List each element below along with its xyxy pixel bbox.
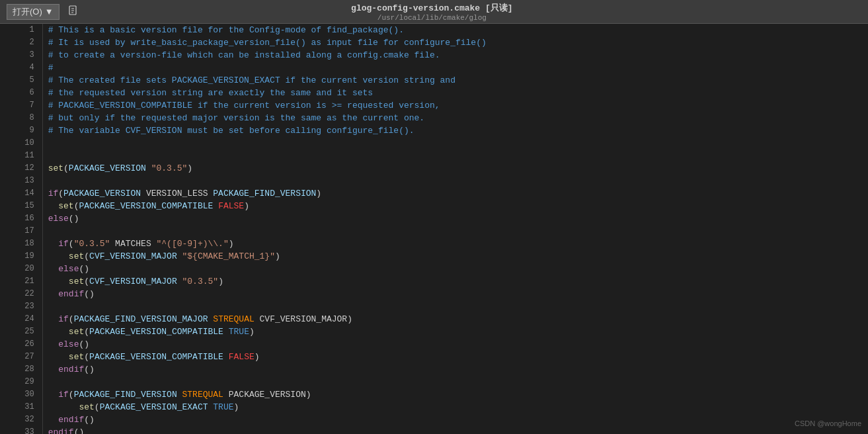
table-row: 26 else() [0, 338, 868, 351]
line-code: # [42, 62, 868, 74]
line-code: # PACKAGE_VERSION_COMPATIBLE if the curr… [42, 99, 868, 112]
line-code: endif() [42, 363, 868, 376]
title-path: /usr/local/lib/cmake/glog [82, 14, 782, 22]
table-row: 12 set(PACKAGE_VERSION "0.3.5") [0, 162, 868, 175]
line-number: 1 [0, 24, 42, 36]
table-row: 18 if("0.3.5" MATCHES "^([0-9]+)\\.") [0, 238, 868, 250]
table-row: 20 else() [0, 263, 868, 275]
line-number: 21 [0, 275, 42, 288]
line-code: set(CVF_VERSION_MAJOR "${CMAKE_MATCH_1}"… [42, 250, 868, 263]
line-code [42, 300, 868, 313]
table-row: 15 set(PACKAGE_VERSION_COMPATIBLE FALSE) [0, 200, 868, 212]
line-code [42, 150, 868, 162]
line-code: set(PACKAGE_VERSION_COMPATIBLE TRUE) [42, 326, 868, 338]
line-number: 10 [0, 137, 42, 150]
table-row: 5 # The created file sets PACKAGE_VERSIO… [0, 74, 868, 87]
title-filename: glog-config-version.cmake [只读] [82, 2, 782, 14]
line-code: set(PACKAGE_VERSION "0.3.5") [42, 162, 868, 175]
table-row: 30 if(PACKAGE_FIND_VERSION STREQUAL PACK… [0, 388, 868, 401]
line-number: 19 [0, 250, 42, 263]
line-code: # The created file sets PACKAGE_VERSION_… [42, 74, 868, 87]
line-code: # The variable CVF_VERSION must be set b… [42, 124, 868, 137]
line-number: 17 [0, 225, 42, 238]
line-number: 27 [0, 351, 42, 363]
line-code [42, 225, 868, 238]
table-row: 29 [0, 376, 868, 388]
line-code: # the requested version string are exact… [42, 87, 868, 99]
open-label: 打开(O) [13, 6, 42, 18]
table-row: 8 # but only if the requested major vers… [0, 112, 868, 124]
line-number: 8 [0, 112, 42, 124]
line-code: endif() [42, 288, 868, 300]
table-row: 3 # to create a version-file which can b… [0, 49, 868, 62]
line-number: 26 [0, 338, 42, 351]
file-icon [67, 5, 79, 17]
table-row: 6 # the requested version string are exa… [0, 87, 868, 99]
line-number: 14 [0, 187, 42, 200]
table-row: 17 [0, 225, 868, 238]
table-row: 11 [0, 150, 868, 162]
line-code: if("0.3.5" MATCHES "^([0-9]+)\\.") [42, 238, 868, 250]
line-number: 25 [0, 326, 42, 338]
table-row: 23 [0, 300, 868, 313]
table-row: 28 endif() [0, 363, 868, 376]
line-number: 30 [0, 388, 42, 401]
table-row: 22 endif() [0, 288, 868, 300]
table-row: 31 set(PACKAGE_VERSION_EXACT TRUE) [0, 401, 868, 413]
line-number: 29 [0, 376, 42, 388]
line-number: 23 [0, 300, 42, 313]
table-row: 1 # This is a basic version file for the… [0, 24, 868, 36]
line-number: 11 [0, 150, 42, 162]
line-number: 5 [0, 74, 42, 87]
file-icon-button[interactable] [65, 3, 82, 21]
line-number: 24 [0, 313, 42, 326]
table-row: 21 set(CVF_VERSION_MAJOR "0.3.5") [0, 275, 868, 288]
line-number: 28 [0, 363, 42, 376]
table-row: 2 # It is used by write_basic_package_ve… [0, 36, 868, 49]
line-number: 16 [0, 212, 42, 225]
table-row: 16 else() [0, 212, 868, 225]
line-code: # This is a basic version file for the C… [42, 24, 868, 36]
line-code: if(PACKAGE_FIND_VERSION_MAJOR STREQUAL C… [42, 313, 868, 326]
line-code: set(CVF_VERSION_MAJOR "0.3.5") [42, 275, 868, 288]
line-code: if(PACKAGE_FIND_VERSION STREQUAL PACKAGE… [42, 388, 868, 401]
open-dropdown-icon: ▼ [45, 7, 54, 17]
table-row: 24 if(PACKAGE_FIND_VERSION_MAJOR STREQUA… [0, 313, 868, 326]
line-code: set(PACKAGE_VERSION_COMPATIBLE FALSE) [42, 200, 868, 212]
line-code: # to create a version-file which can be … [42, 49, 868, 62]
table-row: 13 [0, 175, 868, 187]
line-code [42, 175, 868, 187]
titlebar-left: 打开(O) ▼ [7, 3, 82, 21]
line-code: set(PACKAGE_VERSION_EXACT TRUE) [42, 401, 868, 413]
line-number: 31 [0, 401, 42, 413]
title-center: glog-config-version.cmake [只读] /usr/loca… [82, 2, 782, 22]
line-number: 20 [0, 263, 42, 275]
line-number: 12 [0, 162, 42, 175]
line-code: # but only if the requested major versio… [42, 112, 868, 124]
line-code: endif() [42, 426, 868, 434]
line-number: 22 [0, 288, 42, 300]
line-code [42, 137, 868, 150]
line-code: else() [42, 338, 868, 351]
code-table: 1 # This is a basic version file for the… [0, 24, 868, 434]
table-row: 32 endif() [0, 413, 868, 426]
line-number: 3 [0, 49, 42, 62]
line-number: 7 [0, 99, 42, 112]
line-number: 6 [0, 87, 42, 99]
line-code: else() [42, 212, 868, 225]
table-row: 19 set(CVF_VERSION_MAJOR "${CMAKE_MATCH_… [0, 250, 868, 263]
line-code: endif() [42, 413, 868, 426]
table-row: 14 if(PACKAGE_VERSION VERSION_LESS PACKA… [0, 187, 868, 200]
table-row: 4 # [0, 62, 868, 74]
table-row: 9 # The variable CVF_VERSION must be set… [0, 124, 868, 137]
line-number: 13 [0, 175, 42, 187]
line-number: 32 [0, 413, 42, 426]
line-number: 15 [0, 200, 42, 212]
line-number: 9 [0, 124, 42, 137]
line-number: 4 [0, 62, 42, 74]
line-number: 2 [0, 36, 42, 49]
table-row: 10 [0, 137, 868, 150]
table-row: 33 endif() [0, 426, 868, 434]
line-code: if(PACKAGE_VERSION VERSION_LESS PACKAGE_… [42, 187, 868, 200]
open-button[interactable]: 打开(O) ▼ [7, 4, 59, 20]
